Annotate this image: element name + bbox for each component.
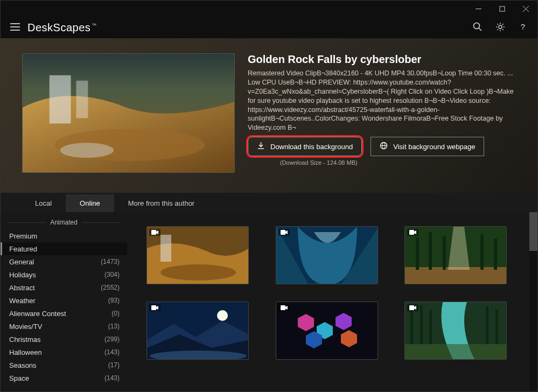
scrollbar-thumb[interactable] — [529, 212, 537, 251]
download-icon — [257, 142, 265, 151]
gallery-scrollbar[interactable] — [529, 212, 537, 391]
video-badge-icon — [278, 304, 290, 311]
category-label: Premium — [9, 232, 37, 240]
category-premium[interactable]: Premium — [1, 229, 127, 242]
video-badge-icon — [407, 229, 418, 236]
category-christmas[interactable]: Christmas(299) — [1, 333, 127, 346]
visit-button-label: Visit background webpage — [393, 143, 475, 151]
category-label: Space — [9, 374, 29, 382]
svg-point-43 — [217, 310, 228, 321]
gallery-item-ice-cave[interactable] — [276, 226, 378, 284]
category-count: (0) — [111, 310, 120, 317]
svg-rect-57 — [486, 306, 488, 345]
category-count: (304) — [104, 271, 120, 278]
app-title: DeskScapes — [27, 22, 90, 34]
category-movies-tv[interactable]: Movies/TV(13) — [1, 320, 127, 333]
svg-text:?: ? — [521, 22, 525, 31]
svg-rect-60 — [409, 305, 414, 310]
svg-rect-20 — [50, 75, 71, 124]
video-badge-icon — [149, 304, 160, 311]
category-count: (143) — [104, 374, 120, 382]
gallery-item-forest-rays[interactable] — [404, 226, 507, 284]
category-count: (2552) — [101, 284, 120, 291]
category-abstract[interactable]: Abstract(2552) — [1, 281, 127, 294]
hero-title: Golden Rock Falls by cyberslober — [248, 53, 520, 66]
video-badge-icon — [278, 229, 290, 236]
svg-rect-37 — [429, 232, 432, 270]
settings-gear-icon[interactable] — [495, 22, 505, 33]
sidebar-section-header: Animated — [1, 216, 127, 228]
category-label: Movies/TV — [9, 323, 42, 331]
svg-rect-33 — [281, 230, 285, 235]
hero-panel: Golden Rock Falls by cyberslober Remaste… — [1, 38, 537, 193]
help-icon[interactable]: ? — [518, 22, 528, 33]
category-label: Holidays — [9, 271, 36, 279]
svg-rect-56 — [429, 310, 432, 345]
category-label: Christmas — [9, 335, 41, 344]
category-count: (299) — [104, 335, 120, 343]
visit-webpage-button[interactable]: Visit background webpage — [371, 137, 484, 156]
gallery-item-waterfall-golden[interactable] — [146, 226, 249, 284]
gallery-item-moon-mountains[interactable] — [146, 302, 249, 360]
svg-rect-45 — [151, 305, 156, 310]
category-count: (17) — [108, 361, 120, 369]
category-alienware-contest[interactable]: Alienware Contest(0) — [1, 307, 127, 320]
tab-more-from-this-author[interactable]: More from this author — [114, 194, 209, 212]
globe-icon — [380, 142, 388, 151]
svg-rect-21 — [76, 81, 88, 118]
svg-line-17 — [502, 24, 504, 25]
category-label: Weather — [9, 297, 36, 305]
svg-rect-38 — [443, 236, 446, 270]
tab-local[interactable]: Local — [21, 194, 66, 212]
svg-rect-29 — [160, 235, 171, 262]
svg-line-15 — [502, 29, 504, 30]
window-title-bar — [1, 1, 537, 17]
video-badge-icon — [407, 304, 418, 311]
app-header: DeskScapes ™ ? — [1, 17, 537, 38]
svg-rect-59 — [405, 344, 507, 360]
category-halloween[interactable]: Halloween(143) — [1, 346, 127, 359]
category-seasons[interactable]: Seasons(17) — [1, 359, 127, 372]
hero-preview-image[interactable] — [22, 53, 235, 173]
category-space[interactable]: Space(143) — [1, 372, 127, 384]
window-minimize-button[interactable] — [466, 1, 490, 17]
category-label: General — [9, 258, 34, 266]
category-holidays[interactable]: Holidays(304) — [1, 268, 127, 281]
svg-line-16 — [497, 29, 498, 30]
tab-online[interactable]: Online — [66, 194, 114, 212]
svg-rect-58 — [495, 310, 498, 345]
category-label: Abstract — [9, 284, 35, 292]
sidebar-section-label: Animated — [50, 219, 78, 226]
window-close-button[interactable] — [514, 1, 537, 17]
hero-description: Remastered Video ClipВ¬3840x2160 - 4K UH… — [248, 69, 520, 132]
svg-rect-40 — [494, 239, 497, 270]
svg-rect-41 — [409, 230, 414, 235]
download-size-label: (Download Size - 124.08 MB) — [280, 159, 520, 166]
trademark-symbol: ™ — [92, 23, 96, 28]
search-icon[interactable] — [473, 22, 483, 33]
svg-point-9 — [499, 25, 502, 29]
svg-rect-52 — [281, 305, 285, 310]
category-weather[interactable]: Weather(93) — [1, 294, 127, 307]
svg-rect-31 — [151, 230, 156, 235]
svg-point-7 — [474, 23, 480, 29]
tabs-bar: LocalOnlineMore from this author — [1, 193, 537, 212]
category-label: Halloween — [9, 348, 42, 356]
svg-line-8 — [479, 28, 481, 31]
gallery-grid — [127, 212, 529, 391]
category-featured[interactable]: Featured — [1, 242, 127, 255]
download-background-button[interactable]: Download this background — [248, 137, 362, 156]
download-button-label: Download this background — [270, 143, 353, 151]
category-count: (93) — [108, 297, 120, 304]
svg-rect-39 — [480, 234, 484, 270]
gallery-item-hexagons[interactable] — [276, 302, 378, 360]
category-general[interactable]: General(1473) — [1, 255, 127, 268]
category-count: (13) — [108, 323, 120, 330]
svg-rect-1 — [500, 6, 505, 11]
category-count: (143) — [104, 348, 120, 356]
gallery-item-river-green[interactable] — [404, 302, 507, 360]
svg-rect-54 — [410, 307, 413, 345]
hamburger-menu-icon[interactable] — [10, 23, 20, 32]
window-maximize-button[interactable] — [490, 1, 514, 17]
svg-point-23 — [60, 143, 114, 158]
